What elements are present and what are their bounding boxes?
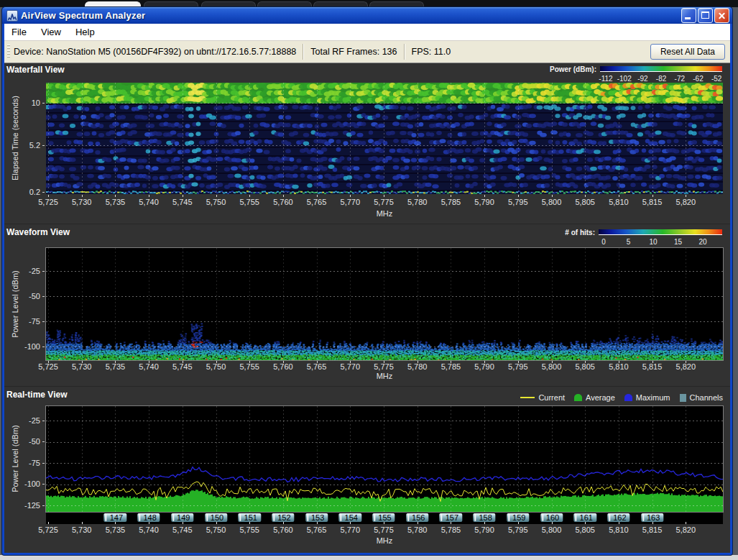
channel-strip-tick — [115, 522, 116, 524]
freq-label: 5,755 — [239, 362, 259, 371]
channel-strip-tick — [48, 522, 49, 524]
current-swatch-icon — [520, 397, 535, 398]
freq-label: 5,805 — [575, 525, 595, 534]
channel-strip-tick — [619, 522, 619, 524]
freq-label: 5,725 — [38, 198, 58, 206]
freq-label: 5,755 — [239, 198, 259, 206]
title-bar[interactable]: AirView Spectrum Analyzer — [2, 7, 732, 24]
freq-label: 5,740 — [139, 525, 159, 534]
x-axis-tick — [183, 361, 183, 363]
channel-strip-tick — [451, 522, 451, 524]
x-axis-tick — [216, 195, 217, 197]
power-legend-gradient — [600, 66, 722, 72]
freq-label: 5,730 — [72, 525, 92, 534]
realtime-spectrum — [46, 406, 723, 512]
freq-label: 5,745 — [172, 525, 193, 534]
menu-file[interactable]: File — [4, 24, 34, 41]
hits-legend-tick: 5 — [627, 238, 631, 246]
freq-label: 5,735 — [106, 198, 126, 206]
freq-label: 5,760 — [273, 525, 293, 534]
x-axis-tick — [384, 361, 384, 363]
freq-label: 5,735 — [106, 525, 126, 534]
hits-legend-tick: 0 — [601, 238, 606, 246]
y-axis-tick — [42, 346, 45, 347]
menu-help[interactable]: Help — [68, 24, 102, 41]
channel-badge: 154 — [339, 513, 361, 522]
freq-label: 5,790 — [474, 198, 494, 206]
legend-current: Current — [520, 393, 565, 402]
menu-bar: FileViewHelp — [4, 24, 730, 41]
channel-strip-tick — [652, 522, 653, 524]
x-axis-tick — [585, 361, 586, 363]
y-axis-tick-label: 0.2 — [9, 188, 40, 196]
channels-swatch-icon — [680, 394, 686, 402]
y-axis-tick-label: -100 — [9, 342, 40, 351]
power-legend-tick: -92 — [637, 75, 647, 83]
legend-maximum: Maximum — [624, 393, 670, 402]
channel-badge: 148 — [137, 513, 160, 522]
toolbar-grip[interactable] — [7, 45, 10, 59]
x-axis-tick — [418, 195, 418, 197]
x-axis-tick — [418, 361, 418, 363]
freq-label: 5,730 — [72, 198, 92, 206]
freq-label: 5,820 — [676, 362, 696, 371]
waveform-x-axis-unit: MHz — [377, 372, 393, 380]
channel-badge: 147 — [104, 513, 126, 522]
waveform-plot — [45, 247, 724, 361]
hits-legend-gradient — [599, 229, 722, 235]
channel-badge: 159 — [507, 513, 529, 522]
x-axis-tick — [552, 195, 553, 197]
x-axis-tick — [518, 195, 519, 197]
reset-all-data-button[interactable]: Reset All Data — [650, 44, 725, 60]
y-axis-tick-label: -25 — [9, 416, 40, 425]
average-swatch-icon — [574, 394, 582, 401]
legend-label: Average — [586, 393, 615, 402]
hits-legend-tick: 10 — [649, 238, 657, 246]
x-axis-tick — [115, 195, 116, 197]
x-axis-tick — [619, 195, 619, 197]
x-axis-tick — [384, 195, 384, 197]
channel-strip-tick — [216, 522, 217, 524]
freq-label: 5,725 — [38, 525, 58, 534]
channel-strip-tick — [552, 522, 553, 524]
freq-label: 5,815 — [642, 362, 663, 371]
freq-label: 5,735 — [106, 362, 126, 371]
fps-status: FPS: 11.0 — [412, 47, 451, 57]
minimize-icon — [685, 17, 691, 19]
freq-label: 5,780 — [407, 198, 428, 206]
y-axis-tick — [42, 484, 45, 485]
realtime-legend: CurrentAverageMaximumChannels — [460, 393, 723, 402]
maximize-button[interactable] — [698, 8, 713, 23]
close-button[interactable] — [714, 8, 729, 23]
legend-label: Current — [538, 393, 565, 402]
waterfall-plot — [46, 83, 723, 194]
channel-badge: 155 — [372, 513, 395, 522]
channel-badge: 153 — [305, 513, 328, 522]
channel-strip-tick — [183, 522, 183, 524]
channel-strip-tick — [518, 522, 519, 524]
y-axis-tick — [42, 103, 45, 104]
waveform-section-title: Waveform View — [6, 227, 70, 237]
freq-label: 5,755 — [239, 525, 259, 534]
realtime-section-title: Real-time View — [6, 390, 67, 400]
y-axis-tick — [42, 505, 45, 506]
power-legend-tick: -82 — [656, 75, 666, 83]
freq-label: 5,790 — [474, 362, 494, 371]
x-axis-tick — [552, 361, 553, 363]
menu-view[interactable]: View — [34, 24, 68, 41]
freq-label: 5,730 — [72, 362, 92, 371]
hits-legend-label: # of hits: — [516, 229, 595, 237]
x-axis-tick — [585, 195, 586, 197]
channel-strip: 1471481491501511521531541551561571581591… — [46, 513, 723, 524]
y-axis-tick — [42, 463, 45, 464]
minimize-button[interactable] — [681, 8, 696, 23]
channel-badge: 161 — [574, 513, 596, 522]
legend-average: Average — [574, 393, 615, 402]
channel-strip-tick — [350, 522, 351, 524]
freq-label: 5,760 — [273, 198, 293, 206]
x-axis-tick — [350, 361, 351, 363]
x-axis-tick — [82, 361, 83, 363]
y-axis-tick — [42, 145, 45, 146]
channel-badge: 158 — [473, 513, 495, 522]
y-axis-tick — [42, 321, 45, 322]
